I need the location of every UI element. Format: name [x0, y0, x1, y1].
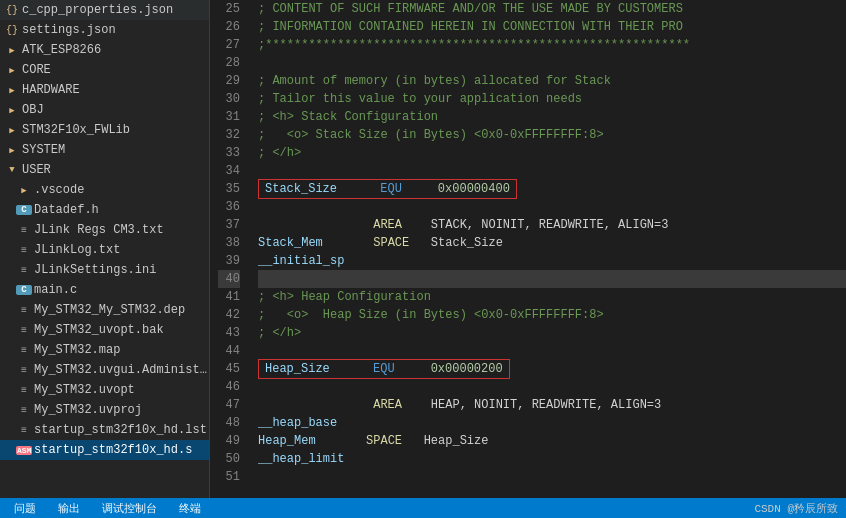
sidebar-item-vscode[interactable]: ▶.vscode: [0, 180, 209, 200]
sidebar-item-hardware[interactable]: ▶HARDWARE: [0, 80, 209, 100]
sidebar-item-my_stm32_uvgui[interactable]: ≡My_STM32.uvgui.Administrator: [0, 360, 209, 380]
map-icon: ≡: [16, 345, 32, 356]
sidebar-item-settings_json[interactable]: {}settings.json: [0, 20, 209, 40]
folder-icon: ▶: [4, 65, 20, 76]
folder-icon: ▶: [4, 125, 20, 136]
line-num-28: 28: [218, 54, 240, 72]
sidebar-item-startup_s[interactable]: ASMstartup_stm32f10x_hd.s: [0, 440, 209, 460]
line-num-45: 45: [218, 360, 240, 378]
code-line-48: __heap_base: [258, 414, 846, 432]
line-num-25: 25: [218, 0, 240, 18]
code-line-32: ; <o> Stack Size (in Bytes) <0x0-0xFFFFF…: [258, 126, 846, 144]
sidebar-label-stm32_fwlib: STM32F10x_FWLib: [22, 123, 209, 137]
c-icon: C: [16, 285, 32, 295]
sidebar-label-vscode: .vscode: [34, 183, 209, 197]
sidebar-item-obj[interactable]: ▶OBJ: [0, 100, 209, 120]
json-icon: {}: [4, 25, 20, 36]
sidebar-item-jlinklog[interactable]: ≡JLinkLog.txt: [0, 240, 209, 260]
editor: 2526272829303132333435363738394041424344…: [210, 0, 846, 518]
sidebar-item-my_stm32_map[interactable]: ≡My_STM32.map: [0, 340, 209, 360]
line-num-48: 48: [218, 414, 240, 432]
folder-icon: ▼: [4, 165, 20, 175]
line-num-51: 51: [218, 468, 240, 486]
sidebar-label-my_stm32_uvgui: My_STM32.uvgui.Administrator: [34, 363, 209, 377]
sidebar-label-user: USER: [22, 163, 209, 177]
sidebar-label-my_stm32_dep: My_STM32_My_STM32.dep: [34, 303, 209, 317]
code-line-39: __initial_sp: [258, 252, 846, 270]
sidebar-item-my_stm32_uvopt_bak[interactable]: ≡My_STM32_uvopt.bak: [0, 320, 209, 340]
code-line-30: ; Tailor this value to your application …: [258, 90, 846, 108]
code-line-37: AREA STACK, NOINIT, READWRITE, ALIGN=3: [258, 216, 846, 234]
line-num-49: 49: [218, 432, 240, 450]
sidebar-item-jlinksettings[interactable]: ≡JLinkSettings.ini: [0, 260, 209, 280]
sidebar-item-jlink_regs[interactable]: ≡JLink Regs CM3.txt: [0, 220, 209, 240]
line-num-50: 50: [218, 450, 240, 468]
sidebar-label-startup_s: startup_stm32f10x_hd.s: [34, 443, 209, 457]
code-line-45: Heap_Size EQU 0x00000200: [258, 360, 846, 378]
sidebar-label-c_cpp_json: c_cpp_properties.json: [22, 3, 209, 17]
lst-icon: ≡: [16, 425, 32, 436]
code-line-34: [258, 162, 846, 180]
line-num-42: 42: [218, 306, 240, 324]
sidebar-item-my_stm32_uvopt[interactable]: ≡My_STM32.uvopt: [0, 380, 209, 400]
watermark: CSDN @矜辰所致: [754, 501, 838, 516]
sidebar-label-settings_json: settings.json: [22, 23, 209, 37]
ini-icon: ≡: [16, 265, 32, 276]
code-line-51: [258, 468, 846, 486]
txt-icon: ≡: [16, 225, 32, 236]
dep-icon: ≡: [16, 305, 32, 316]
line-num-26: 26: [218, 18, 240, 36]
line-num-39: 39: [218, 252, 240, 270]
code-line-43: ; </h>: [258, 324, 846, 342]
line-num-43: 43: [218, 324, 240, 342]
code-line-42: ; <o> Heap Size (in Bytes) <0x0-0xFFFFFF…: [258, 306, 846, 324]
sidebar-item-system[interactable]: ▶SYSTEM: [0, 140, 209, 160]
code-line-29: ; Amount of memory (in bytes) allocated …: [258, 72, 846, 90]
sidebar-label-hardware: HARDWARE: [22, 83, 209, 97]
code-line-46: [258, 378, 846, 396]
line-num-36: 36: [218, 198, 240, 216]
line-num-34: 34: [218, 162, 240, 180]
uvproj-icon: ≡: [16, 405, 32, 416]
json-icon: {}: [4, 5, 20, 16]
sidebar-item-datadef_h[interactable]: CDatadef.h: [0, 200, 209, 220]
code-line-27: ;***************************************…: [258, 36, 846, 54]
sidebar-label-jlink_regs: JLink Regs CM3.txt: [34, 223, 209, 237]
sidebar-item-startup_lst[interactable]: ≡startup_stm32f10x_hd.lst: [0, 420, 209, 440]
sidebar-label-my_stm32_uvopt_bak: My_STM32_uvopt.bak: [34, 323, 209, 337]
line-num-32: 32: [218, 126, 240, 144]
sidebar-item-main_c[interactable]: Cmain.c: [0, 280, 209, 300]
code-content[interactable]: ; CONTENT OF SUCH FIRMWARE AND/OR THE US…: [248, 0, 846, 518]
line-num-31: 31: [218, 108, 240, 126]
sidebar-item-stm32_fwlib[interactable]: ▶STM32F10x_FWLib: [0, 120, 209, 140]
line-num-41: 41: [218, 288, 240, 306]
line-num-33: 33: [218, 144, 240, 162]
sidebar-item-c_cpp_json[interactable]: {}c_cpp_properties.json: [0, 0, 209, 20]
line-num-38: 38: [218, 234, 240, 252]
s-icon: ASM: [16, 446, 32, 455]
code-line-31: ; <h> Stack Configuration: [258, 108, 846, 126]
txt-icon: ≡: [16, 245, 32, 256]
c-header-icon: C: [16, 205, 32, 215]
sidebar-item-user[interactable]: ▼USER: [0, 160, 209, 180]
sidebar-label-my_stm32_uvopt: My_STM32.uvopt: [34, 383, 209, 397]
sidebar-item-atk_esp8266[interactable]: ▶ATK_ESP8266: [0, 40, 209, 60]
line-num-35: 35: [218, 180, 240, 198]
sidebar-item-core[interactable]: ▶CORE: [0, 60, 209, 80]
status-bar: 问题 输出 调试控制台 终端 CSDN @矜辰所致: [210, 498, 846, 518]
line-num-27: 27: [218, 36, 240, 54]
uvgui-icon: ≡: [16, 365, 32, 376]
sidebar-item-my_stm32_dep[interactable]: ≡My_STM32_My_STM32.dep: [0, 300, 209, 320]
code-line-33: ; </h>: [258, 144, 846, 162]
bak-icon: ≡: [16, 325, 32, 336]
line-num-46: 46: [218, 378, 240, 396]
sidebar-label-jlinklog: JLinkLog.txt: [34, 243, 209, 257]
sidebar-label-core: CORE: [22, 63, 209, 77]
sidebar-label-system: SYSTEM: [22, 143, 209, 157]
folder-icon: ▶: [4, 45, 20, 56]
code-area[interactable]: 2526272829303132333435363738394041424344…: [210, 0, 846, 518]
line-num-47: 47: [218, 396, 240, 414]
code-line-26: ; INFORMATION CONTAINED HEREIN IN CONNEC…: [258, 18, 846, 36]
sidebar-item-my_stm32_uvproj[interactable]: ≡My_STM32.uvproj: [0, 400, 209, 420]
code-line-50: __heap_limit: [258, 450, 846, 468]
